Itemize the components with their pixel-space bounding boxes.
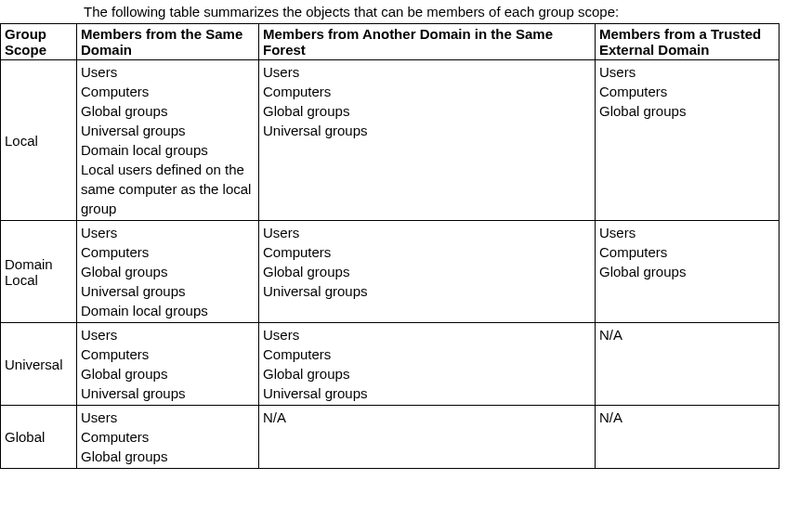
list-item: Users (81, 223, 253, 242)
list-item: Global groups (81, 447, 253, 466)
same-cell: UsersComputersGlobal groupsUniversal gro… (77, 60, 259, 221)
same-cell: UsersComputersGlobal groupsUniversal gro… (77, 323, 259, 406)
scope-cell: Local (1, 60, 77, 221)
list-item: Universal groups (81, 383, 253, 403)
list-item: Global groups (81, 101, 253, 121)
list-item: Global groups (81, 262, 253, 281)
trusted-cell: UsersComputersGlobal groups (596, 60, 779, 221)
group-scope-table: Group Scope Members from the Same Domain… (0, 23, 779, 469)
list-item: N/A (599, 325, 773, 344)
scope-cell: Global (1, 406, 77, 469)
header-same-domain: Members from the Same Domain (77, 24, 259, 60)
list-item: Computers (81, 242, 253, 262)
list-item: Global groups (81, 364, 253, 383)
list-item: Domain local groups (81, 301, 253, 320)
list-item: Local users defined on the same computer… (81, 160, 253, 218)
header-row: Group Scope Members from the Same Domain… (1, 24, 779, 60)
list-item: Computers (599, 242, 773, 262)
list-item: Users (599, 62, 773, 82)
list-item: Global groups (263, 101, 589, 121)
list-item: Universal groups (263, 281, 589, 301)
list-item: Universal groups (263, 121, 589, 140)
forest-cell: UsersComputersGlobal groupsUniversal gro… (259, 221, 596, 323)
list-item: Users (81, 408, 253, 427)
header-forest-domain: Members from Another Domain in the Same … (259, 24, 596, 60)
list-item: Computers (81, 82, 253, 101)
table-row: UniversalUsersComputersGlobal groupsUniv… (1, 323, 779, 406)
list-item: N/A (599, 408, 773, 427)
list-item: Computers (263, 242, 589, 262)
list-item: Universal groups (263, 383, 589, 403)
list-item: Computers (81, 427, 253, 447)
trusted-cell: N/A (596, 323, 779, 406)
forest-cell: UsersComputersGlobal groupsUniversal gro… (259, 60, 596, 221)
list-item: Users (263, 325, 589, 344)
list-item: Global groups (263, 364, 589, 383)
table-row: GlobalUsersComputersGlobal groupsN/AN/A (1, 406, 779, 469)
list-item: Users (599, 223, 773, 242)
list-item: Users (263, 223, 589, 242)
table-row: Domain LocalUsersComputersGlobal groupsU… (1, 221, 779, 323)
list-item: Computers (599, 82, 773, 101)
list-item: Global groups (599, 262, 773, 281)
intro-text: The following table summarizes the objec… (0, 0, 786, 23)
trusted-cell: UsersComputersGlobal groups (596, 221, 779, 323)
same-cell: UsersComputersGlobal groups (77, 406, 259, 469)
trusted-cell: N/A (596, 406, 779, 469)
list-item: Universal groups (81, 121, 253, 140)
list-item: Computers (263, 344, 589, 364)
scope-cell: Domain Local (1, 221, 77, 323)
forest-cell: UsersComputersGlobal groupsUniversal gro… (259, 323, 596, 406)
list-item: Users (263, 62, 589, 82)
list-item: Computers (263, 82, 589, 101)
list-item: Users (81, 325, 253, 344)
scope-cell: Universal (1, 323, 77, 406)
list-item: Domain local groups (81, 140, 253, 160)
header-trusted-domain: Members from a Trusted External Domain (596, 24, 779, 60)
list-item: Computers (81, 344, 253, 364)
forest-cell: N/A (259, 406, 596, 469)
list-item: Global groups (599, 101, 773, 121)
table-row: LocalUsersComputersGlobal groupsUniversa… (1, 60, 779, 221)
list-item: Users (81, 62, 253, 82)
list-item: N/A (263, 408, 589, 427)
list-item: Global groups (263, 262, 589, 281)
list-item: Universal groups (81, 281, 253, 301)
header-scope: Group Scope (1, 24, 77, 60)
same-cell: UsersComputersGlobal groupsUniversal gro… (77, 221, 259, 323)
